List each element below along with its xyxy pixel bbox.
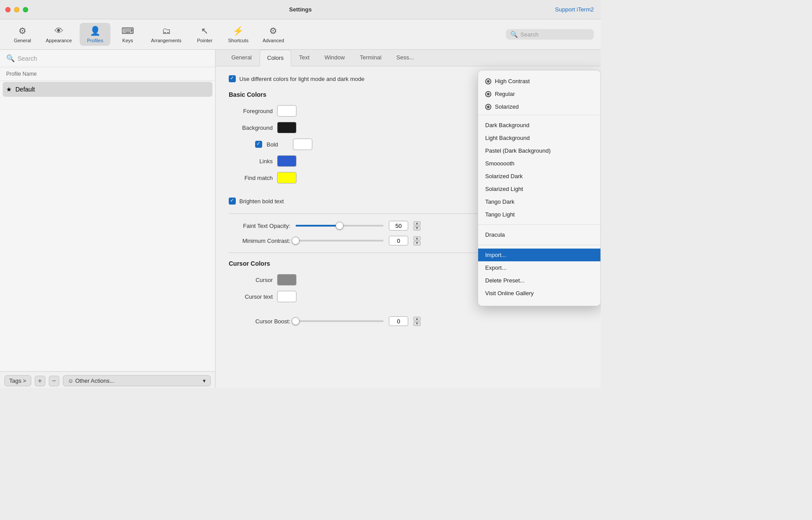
dropdown-item-tango-light[interactable]: Tango Light: [478, 208, 600, 221]
faint-text-step-down[interactable]: ▼: [413, 226, 421, 231]
cursor-boost-slider-track[interactable]: [296, 320, 384, 322]
dropdown-label-visit-gallery: Visit Online Gallery: [485, 290, 534, 297]
faint-text-slider-track[interactable]: [296, 225, 384, 227]
eye-icon: 👁: [55, 26, 63, 36]
dropdown-item-regular[interactable]: Regular: [478, 88, 600, 100]
dropdown-item-dark-background[interactable]: Dark Background: [478, 119, 600, 132]
radio-dot-high-contrast: [485, 78, 491, 84]
dropdown-section-dracula: Dracula: [478, 225, 600, 245]
foreground-label: Foreground: [229, 108, 273, 114]
titlebar: Settings Support iTerm2: [0, 0, 601, 19]
tags-button[interactable]: Tags >: [4, 375, 31, 386]
toolbar-label-keys: Keys: [122, 38, 133, 43]
dropdown-item-solarized[interactable]: Solarized: [478, 100, 600, 113]
bold-swatch[interactable]: [293, 139, 312, 150]
minimize-button[interactable]: [14, 7, 19, 12]
cursor-boost-value: 0: [389, 316, 408, 326]
close-button[interactable]: [5, 7, 11, 12]
dropdown-label-pastel-dark: Pastel (Dark Background): [485, 147, 551, 154]
dropdown-item-delete-preset[interactable]: Delete Preset...: [478, 274, 600, 287]
dropdown-label-solarized-dark: Solarized Dark: [485, 173, 523, 179]
dropdown-item-solarized-light[interactable]: Solarized Light: [478, 183, 600, 195]
dropdown-item-pastel-dark[interactable]: Pastel (Dark Background): [478, 144, 600, 157]
maximize-button[interactable]: [23, 7, 28, 12]
bold-row: Bold: [229, 139, 402, 150]
keyboard-icon: ⌨: [121, 26, 134, 36]
brighten-bold-checkbox[interactable]: [229, 198, 236, 205]
dropdown-item-import[interactable]: Import...: [478, 249, 600, 261]
dropdown-item-visit-gallery[interactable]: Visit Online Gallery: [478, 287, 600, 300]
tab-window[interactable]: Window: [318, 50, 352, 66]
bold-label: Bold: [267, 141, 289, 148]
toolbar-label-arrangements: Arrangements: [151, 38, 181, 43]
bold-checkbox[interactable]: [255, 141, 262, 148]
cursor-boost-step-down[interactable]: ▼: [413, 322, 421, 326]
faint-text-step-up[interactable]: ▲: [413, 221, 421, 226]
tab-terminal[interactable]: Terminal: [353, 50, 388, 66]
tab-session[interactable]: Sess...: [389, 50, 421, 66]
toolbar-item-arrangements[interactable]: 🗂 Arrangements: [145, 23, 187, 46]
cursor-text-swatch[interactable]: [277, 291, 296, 302]
tab-general[interactable]: General: [224, 50, 259, 66]
faint-text-slider-thumb[interactable]: [336, 222, 344, 230]
light-dark-checkbox[interactable]: [229, 75, 236, 82]
min-contrast-slider-track[interactable]: [296, 240, 384, 242]
toolbar-item-profiles[interactable]: 👤 Profiles: [80, 23, 110, 46]
links-swatch[interactable]: [277, 155, 296, 167]
toolbar-label-advanced: Advanced: [263, 38, 284, 43]
cursor-swatch[interactable]: [277, 274, 296, 286]
cursor-boost-slider-thumb[interactable]: [292, 317, 300, 325]
arrangements-icon: 🗂: [162, 26, 171, 36]
remove-profile-button[interactable]: −: [49, 376, 59, 386]
sidebar-item-default[interactable]: ★ Default: [3, 82, 212, 97]
dropdown-item-solarized-dark[interactable]: Solarized Dark: [478, 170, 600, 183]
toolbar-item-pointer[interactable]: ↖ Pointer: [189, 23, 220, 46]
cursor-boost-step-up[interactable]: ▲: [413, 317, 421, 321]
background-label: Background: [229, 125, 273, 131]
toolbar-label-shortcuts: Shortcuts: [228, 38, 248, 43]
dropdown-item-tango-dark[interactable]: Tango Dark: [478, 195, 600, 208]
support-link[interactable]: Support iTerm2: [555, 6, 594, 13]
dropdown-item-smoooooth[interactable]: Smoooooth: [478, 157, 600, 170]
sidebar-search-input[interactable]: [18, 55, 209, 62]
cursor-boost-row: Cursor Boost: 0 ▲ ▼: [229, 316, 588, 326]
dropdown-label-light-background: Light Background: [485, 135, 530, 141]
toolbar-search-box[interactable]: 🔍: [506, 29, 594, 40]
toolbar-item-appearance[interactable]: 👁 Appearance: [40, 23, 78, 46]
tab-colors[interactable]: Colors: [260, 50, 291, 66]
min-contrast-step-up[interactable]: ▲: [413, 236, 421, 241]
dropdown-item-export[interactable]: Export...: [478, 261, 600, 274]
sidebar-footer: Tags > + − ☺ Other Actions... ▾: [0, 371, 215, 388]
cursor-label: Cursor: [229, 277, 273, 283]
advanced-icon: ⚙: [269, 26, 277, 36]
min-contrast-slider-thumb[interactable]: [292, 237, 300, 245]
toolbar-label-general: General: [14, 38, 31, 43]
dropdown-label-regular: Regular: [495, 91, 515, 97]
toolbar-item-general[interactable]: ⚙ General: [7, 23, 38, 46]
dropdown-item-high-contrast[interactable]: High Contrast: [478, 75, 600, 88]
sidebar-search-bar[interactable]: 🔍: [0, 50, 215, 67]
background-swatch[interactable]: [277, 122, 296, 133]
person-icon: 👤: [90, 26, 101, 36]
cursor-boost-stepper: ▲ ▼: [413, 317, 421, 326]
faint-text-slider-fill: [296, 225, 340, 227]
min-contrast-step-down[interactable]: ▼: [413, 241, 421, 245]
dropdown-label-dark-background: Dark Background: [485, 122, 529, 128]
toolbar-item-shortcuts[interactable]: ⚡ Shortcuts: [222, 23, 254, 46]
other-actions-dropdown[interactable]: ☺ Other Actions... ▾: [63, 375, 211, 386]
toolbar-item-keys[interactable]: ⌨ Keys: [112, 23, 143, 46]
tab-text[interactable]: Text: [292, 50, 317, 66]
dropdown-item-dracula[interactable]: Dracula: [478, 228, 600, 241]
add-profile-button[interactable]: +: [35, 376, 45, 386]
toolbar-item-advanced[interactable]: ⚙ Advanced: [256, 23, 290, 46]
toolbar-label-profiles: Profiles: [87, 38, 103, 43]
search-input[interactable]: [520, 31, 589, 38]
dropdown-label-solarized-light: Solarized Light: [485, 186, 523, 192]
sidebar-list-header: Profile Name: [0, 67, 215, 81]
foreground-swatch[interactable]: [277, 105, 296, 117]
dropdown-item-light-background[interactable]: Light Background: [478, 132, 600, 144]
find-match-swatch[interactable]: [277, 172, 296, 183]
radio-dot-solarized: [485, 104, 491, 110]
dropdown-section-presets-radio: High Contrast Regular Solarized: [478, 73, 600, 115]
dropdown-label-import: Import...: [485, 252, 506, 258]
